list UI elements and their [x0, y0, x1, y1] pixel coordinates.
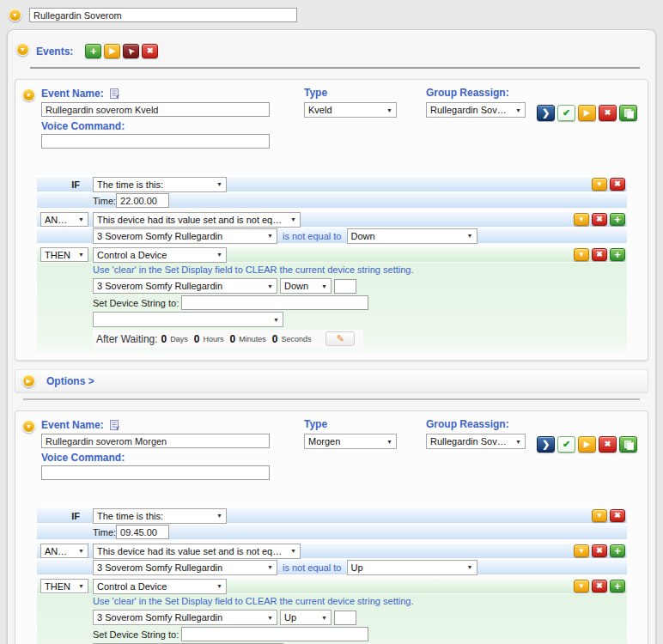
event-enabled-button[interactable]: ✔: [557, 436, 575, 453]
action-device-select[interactable]: 3 Soverom Somfy Rullegardin▼: [93, 610, 277, 625]
plus-icon: +: [614, 580, 621, 592]
expand-options-icon[interactable]: ▶: [22, 374, 35, 387]
select-arrow-icon: ▼: [511, 439, 521, 445]
delete-group-button[interactable]: ✖: [142, 44, 158, 58]
condition-device-select[interactable]: 3 Soverom Somfy Rullegardin▼: [93, 560, 277, 575]
add-event-button[interactable]: +: [85, 44, 101, 58]
group-reassign-select[interactable]: Rullegardin Soverom▼: [426, 434, 526, 449]
then-select[interactable]: THEN▼: [40, 247, 88, 262]
condition-select[interactable]: This device had its value set and is not…: [93, 212, 301, 228]
days-unit: Days: [170, 335, 188, 343]
move-condition-button[interactable]: ▼: [574, 544, 589, 557]
and-if-select[interactable]: AND IF▼: [40, 212, 88, 227]
add-action-button[interactable]: +: [610, 580, 625, 592]
compare-value-select[interactable]: Down▼: [347, 228, 477, 244]
add-condition-button[interactable]: +: [610, 213, 625, 226]
and-if-select[interactable]: AND IF▼: [40, 544, 88, 558]
action-device-select[interactable]: 3 Soverom Somfy Rullegardin▼: [93, 278, 277, 294]
time-input[interactable]: [116, 193, 169, 208]
trigger-select[interactable]: The time is this:▼: [93, 508, 227, 524]
run-group-button[interactable]: ▶: [104, 44, 120, 58]
event-card: ▼ Event Name: Voice Command: Type Morgen…: [15, 410, 648, 644]
voice-command-input[interactable]: [41, 134, 270, 149]
group-reassign-select[interactable]: Rullegardin Soverom▼: [426, 102, 526, 118]
trigger-select[interactable]: The time is this:▼: [93, 177, 227, 192]
event-name-input[interactable]: [41, 434, 270, 448]
copy-event-button[interactable]: [619, 105, 637, 121]
close-icon: ✖: [147, 47, 154, 55]
type-label: Type: [304, 87, 409, 99]
collapse-event-icon[interactable]: ▼: [22, 420, 35, 433]
event-actions: ❯ ✔ ▶ ✖: [537, 418, 637, 482]
action-value-select[interactable]: Down▼: [280, 278, 332, 294]
set-device-string-label: Set Device String to:: [93, 298, 179, 308]
group-name-input[interactable]: [29, 8, 297, 22]
move-action-button[interactable]: ▼: [574, 580, 589, 592]
delete-condition-button[interactable]: ✖: [592, 213, 607, 226]
select-arrow-icon: ▼: [74, 252, 84, 258]
then-row: THEN▼ Control a Device▼ ▼ ✖ +: [37, 246, 627, 262]
select-arrow-icon: ▼: [317, 615, 327, 621]
delete-condition-button[interactable]: ✖: [592, 544, 607, 557]
collapse-events-icon[interactable]: ▼: [16, 43, 29, 56]
condition-select[interactable]: This device had its value set and is not…: [93, 544, 301, 559]
action-select[interactable]: Control a Device▼: [93, 579, 227, 594]
select-arrow-icon: ▼: [463, 564, 473, 570]
condition-device-select[interactable]: 3 Soverom Somfy Rullegardin▼: [93, 228, 277, 244]
operator-label: is not equal to: [283, 562, 342, 573]
voice-command-input[interactable]: [41, 465, 270, 480]
delete-trigger-button[interactable]: ✖: [610, 509, 625, 522]
move-trigger-button[interactable]: ▼: [592, 178, 607, 191]
delete-action-button[interactable]: ✖: [592, 248, 607, 261]
action-extra-input[interactable]: [334, 279, 356, 294]
check-icon: ✔: [563, 108, 570, 118]
select-arrow-icon: ▼: [212, 583, 222, 589]
type-select[interactable]: Morgen▼: [304, 434, 397, 449]
set-device-string-input[interactable]: [181, 295, 368, 310]
add-action-button[interactable]: +: [610, 248, 625, 261]
select-arrow-icon: ▼: [286, 548, 296, 554]
type-select[interactable]: Kveld▼: [304, 102, 397, 118]
select-arrow-icon: ▼: [382, 439, 392, 445]
select-arrow-icon: ▼: [511, 107, 521, 113]
delete-trigger-button[interactable]: ✖: [610, 178, 625, 191]
select-arrow-icon: ▼: [212, 181, 222, 187]
trigger-event-button[interactable]: ▶: [578, 105, 596, 121]
check-icon: ✔: [563, 440, 570, 449]
event-enabled-button[interactable]: ✔: [557, 105, 575, 121]
select-events-button[interactable]: ➤: [123, 44, 139, 58]
clear-hint: Use 'clear' in the Set Display field to …: [93, 264, 625, 276]
copy-event-button[interactable]: [619, 436, 637, 453]
set-device-string-input[interactable]: [181, 627, 368, 641]
edit-wait-button[interactable]: ✎: [325, 331, 355, 346]
delete-event-button[interactable]: ✖: [599, 436, 617, 453]
note-icon[interactable]: [109, 88, 120, 100]
delete-action-button[interactable]: ✖: [592, 580, 607, 592]
action-select[interactable]: Control a Device▼: [93, 247, 227, 263]
device-string-select[interactable]: ▼: [93, 312, 283, 327]
time-row: Time:: [37, 192, 627, 208]
trigger-event-button[interactable]: ▶: [578, 436, 596, 453]
event-card: ▼ Event Name: Voice Command: Type Kveld▼…: [15, 79, 648, 361]
select-arrow-icon: ▼: [263, 564, 273, 570]
compare-value-select[interactable]: Up▼: [347, 560, 477, 575]
run-event-button[interactable]: ❯: [537, 436, 555, 453]
action-extra-input[interactable]: [334, 611, 356, 625]
event-name-input[interactable]: [41, 102, 270, 117]
move-condition-button[interactable]: ▼: [574, 213, 589, 226]
add-condition-button[interactable]: +: [610, 544, 625, 557]
move-trigger-button[interactable]: ▼: [592, 509, 607, 522]
options-label: Options >: [46, 375, 94, 387]
run-event-button[interactable]: ❯: [537, 105, 555, 121]
then-select[interactable]: THEN▼: [40, 579, 88, 593]
collapse-event-icon[interactable]: ▼: [22, 88, 35, 101]
delete-event-button[interactable]: ✖: [599, 105, 617, 121]
options-bar[interactable]: ▶ Options >: [15, 369, 648, 392]
arrow-down-icon: ▼: [578, 548, 585, 555]
action-value-select[interactable]: Up▼: [280, 610, 332, 625]
time-input[interactable]: [116, 525, 169, 539]
move-action-button[interactable]: ▼: [574, 248, 589, 261]
arrow-down-icon: ▼: [578, 583, 585, 590]
collapse-group-icon[interactable]: ▼: [9, 9, 21, 21]
note-icon[interactable]: [109, 419, 120, 431]
